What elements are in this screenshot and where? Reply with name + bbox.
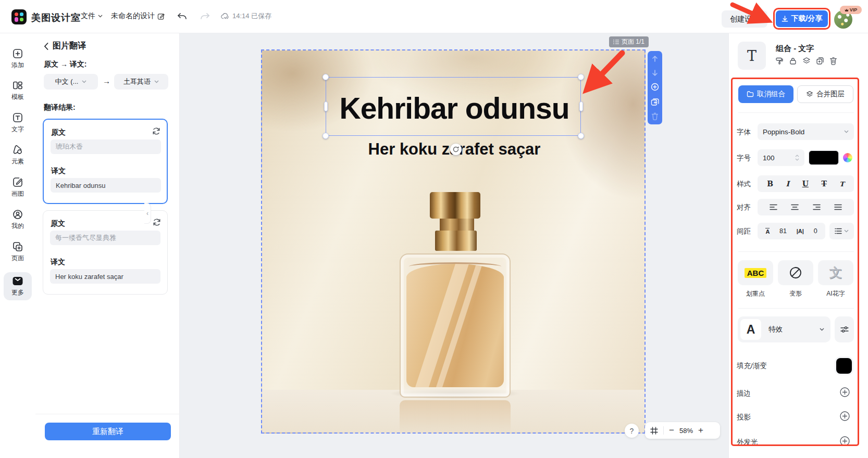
effect-settings-button[interactable] bbox=[835, 316, 854, 342]
delete-icon[interactable] bbox=[829, 57, 837, 65]
format-painter-icon[interactable] bbox=[775, 57, 784, 65]
document-title[interactable]: 未命名的设计 bbox=[111, 11, 165, 21]
move-down-icon[interactable] bbox=[651, 69, 659, 77]
crown-icon bbox=[845, 8, 849, 12]
list-style-select[interactable] bbox=[829, 223, 854, 239]
effect-preview: A bbox=[740, 319, 761, 340]
refresh-icon[interactable] bbox=[153, 218, 161, 226]
source-language-select[interactable]: 中文 (... bbox=[44, 74, 98, 90]
canvas-area[interactable]: 页面 1/1 Kehribar odunsu Her koku zarafet … bbox=[180, 33, 728, 458]
line-spacing-icon: A bbox=[765, 228, 770, 235]
ai-art-text-button[interactable]: 文 bbox=[818, 260, 853, 285]
ungroup-button[interactable]: 取消组合 bbox=[738, 85, 793, 103]
undo-icon[interactable] bbox=[177, 12, 188, 21]
source-text-field[interactable]: 琥珀木香 bbox=[51, 139, 161, 154]
underline-button[interactable]: U bbox=[802, 180, 809, 188]
download-icon bbox=[782, 16, 788, 22]
letter-spacing-value[interactable]: 0 bbox=[814, 227, 817, 235]
sidebar-item-add[interactable]: 添加 bbox=[4, 45, 32, 73]
stepper-icon[interactable] bbox=[795, 154, 799, 161]
text-color-swatch[interactable] bbox=[809, 150, 839, 165]
panel-collapse-handle[interactable]: ‹ bbox=[144, 203, 151, 224]
layer-type-title: 组合 - 文字 bbox=[776, 44, 814, 54]
delete-page-icon[interactable] bbox=[651, 112, 659, 120]
duplicate-page-icon[interactable] bbox=[651, 98, 659, 106]
target-text-field[interactable]: Kehribar odunsu bbox=[51, 178, 161, 193]
source-text-field[interactable]: 每一缕香气尽显典雅 bbox=[50, 231, 160, 245]
oblique-button[interactable]: T bbox=[839, 180, 844, 188]
selection-handle-bottom-left[interactable] bbox=[323, 133, 329, 139]
warp-feature-button[interactable] bbox=[778, 260, 813, 285]
divider bbox=[663, 426, 664, 435]
sidebar-item-text[interactable]: 文字 bbox=[4, 109, 32, 137]
align-right-icon[interactable] bbox=[813, 204, 821, 210]
folder-icon bbox=[747, 91, 754, 97]
shadow-label: 投影 bbox=[737, 413, 751, 422]
target-language-select[interactable]: 土耳其语 bbox=[114, 74, 168, 90]
sidebar-item-pages[interactable]: 页面 bbox=[4, 238, 32, 266]
font-size-input[interactable]: 100 bbox=[758, 149, 804, 166]
sidebar-item-mine[interactable]: 我的 bbox=[4, 206, 32, 234]
direction-arrow: → bbox=[103, 77, 110, 85]
merge-layers-button[interactable]: 合并图层 bbox=[797, 85, 853, 103]
font-family-select[interactable]: Poppins-Bold bbox=[758, 123, 854, 140]
color-picker-wheel[interactable] bbox=[843, 153, 852, 162]
target-text-field[interactable]: Her koku zarafet saçar bbox=[50, 269, 160, 284]
zoom-level[interactable]: 58% bbox=[679, 427, 693, 435]
zoom-in-button[interactable]: + bbox=[698, 425, 703, 436]
sidebar-item-more[interactable]: 更多 bbox=[4, 272, 32, 300]
align-justify-icon[interactable] bbox=[834, 204, 842, 210]
layers-icon[interactable] bbox=[802, 57, 811, 65]
italic-button[interactable]: I bbox=[786, 180, 790, 188]
grid-icon[interactable] bbox=[650, 427, 658, 435]
highlight-feature-button[interactable]: ABC bbox=[738, 260, 773, 285]
bold-button[interactable]: B bbox=[767, 180, 773, 188]
selection-handle-right[interactable] bbox=[579, 101, 583, 111]
fill-color-swatch[interactable] bbox=[836, 358, 852, 374]
help-button[interactable]: ? bbox=[625, 424, 639, 438]
rename-icon[interactable] bbox=[157, 12, 165, 20]
text-align-group bbox=[758, 199, 854, 215]
duplicate-icon[interactable] bbox=[816, 57, 824, 65]
selection-handle-bottom-right[interactable] bbox=[578, 133, 584, 139]
outer-glow-label: 外发光 bbox=[737, 438, 758, 447]
strikethrough-button[interactable]: T bbox=[821, 180, 826, 188]
sidebar-item-elements[interactable]: 元素 bbox=[4, 141, 32, 169]
ai-art-text-glyph: 文 bbox=[829, 264, 842, 281]
fill-gradient-label: 填充/渐变 bbox=[737, 361, 767, 371]
page-indicator[interactable]: 页面 1/1 bbox=[609, 36, 649, 47]
refresh-icon[interactable] bbox=[152, 127, 160, 135]
download-share-button[interactable]: 下载/分享 bbox=[776, 10, 828, 27]
file-menu[interactable]: 文件 bbox=[81, 11, 103, 21]
chevron-down-icon bbox=[844, 130, 849, 133]
sidebar-item-draw[interactable]: 画图 bbox=[4, 173, 32, 201]
sidebar-item-templates[interactable]: 模板 bbox=[4, 77, 32, 105]
lock-icon[interactable] bbox=[789, 57, 797, 65]
text-selection-box[interactable] bbox=[326, 77, 581, 136]
add-glow-icon[interactable] bbox=[840, 436, 850, 446]
add-shadow-icon[interactable] bbox=[840, 411, 850, 421]
redo-icon[interactable] bbox=[200, 12, 210, 21]
move-up-icon[interactable] bbox=[651, 55, 659, 62]
selection-handle-top-left[interactable] bbox=[323, 74, 329, 80]
selection-handle-left[interactable] bbox=[324, 101, 328, 111]
chevron-down-icon bbox=[820, 328, 824, 331]
add-stroke-icon[interactable] bbox=[840, 387, 850, 397]
zoom-out-button[interactable]: − bbox=[669, 425, 674, 436]
vip-badge: VIP bbox=[840, 6, 862, 14]
effect-label: 特效 bbox=[768, 325, 812, 334]
selection-handle-top-right[interactable] bbox=[578, 74, 584, 80]
back-icon[interactable] bbox=[44, 43, 48, 50]
align-center-icon[interactable] bbox=[791, 204, 799, 210]
line-spacing-value[interactable]: 81 bbox=[779, 227, 787, 235]
bottle-reflection bbox=[400, 400, 511, 434]
retranslate-button[interactable]: 重新翻译 bbox=[45, 423, 171, 440]
rotate-handle[interactable] bbox=[450, 144, 462, 155]
create-design-button[interactable]: 创建设计 bbox=[722, 10, 767, 28]
size-label: 字号 bbox=[737, 154, 751, 163]
align-left-icon[interactable] bbox=[770, 204, 777, 210]
text-effect-select[interactable]: A 特效 bbox=[738, 316, 830, 342]
add-page-icon[interactable] bbox=[651, 83, 659, 91]
translation-card-1[interactable]: 原文 琥珀木香 译文 Kehribar odunsu bbox=[43, 119, 168, 204]
spacing-label: 间距 bbox=[737, 227, 751, 236]
